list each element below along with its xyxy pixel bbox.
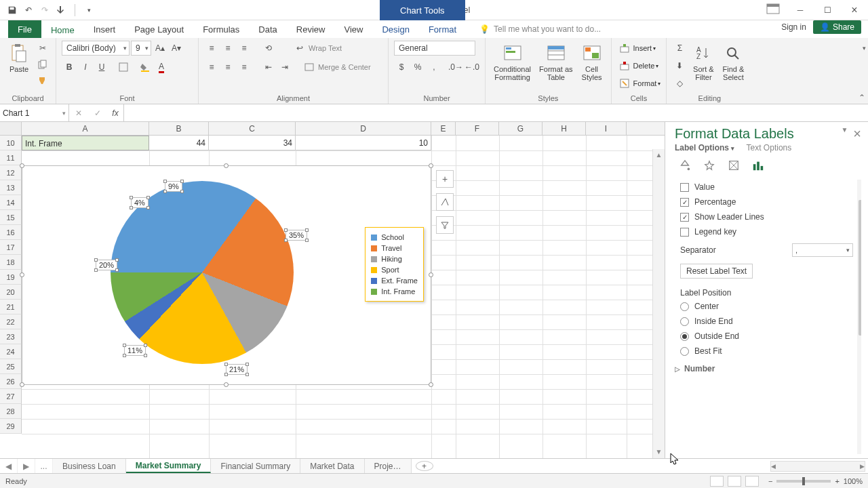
leader-lines-checkbox[interactable] (680, 213, 689, 222)
data-label-20[interactable]: 20% (96, 260, 117, 270)
sheet-tab-market-summary[interactable]: Market Summary (126, 459, 212, 473)
sheet-tab-project[interactable]: Proje… (365, 459, 412, 473)
autosum-icon[interactable]: Σ (672, 41, 687, 56)
align-right-icon[interactable]: ≡ (237, 60, 252, 75)
legend-item[interactable]: Int. Frame (371, 286, 418, 297)
cell-styles-button[interactable]: Cell Styles (578, 41, 606, 83)
conditional-formatting-button[interactable]: Conditional Formatting (491, 41, 534, 83)
signin-link[interactable]: Sign in (781, 22, 806, 32)
cell-B10[interactable]: 44 (149, 136, 209, 150)
data-label-21[interactable]: 21% (226, 364, 248, 375)
row-header-26[interactable]: 26 (0, 374, 22, 389)
label-options-icon[interactable] (751, 158, 766, 173)
increase-decimal-icon[interactable]: .0→ (448, 60, 463, 75)
chart-elements-button[interactable]: + (436, 170, 454, 188)
fill-color-icon[interactable] (138, 60, 153, 75)
find-select-button[interactable]: Find & Select (719, 41, 747, 83)
chart-handle[interactable] (429, 163, 433, 168)
cell-C10[interactable]: 34 (209, 136, 296, 150)
row-header-29[interactable]: 29 (0, 419, 22, 434)
row-header-16[interactable]: 16 (0, 225, 22, 240)
font-name-combo[interactable]: Calibri (Body) (62, 41, 130, 56)
data-tab[interactable]: Data (249, 20, 286, 38)
format-as-table-button[interactable]: Format as Table (536, 41, 576, 83)
row-header-17[interactable]: 17 (0, 240, 22, 255)
pane-dropdown-icon[interactable]: ▼ (841, 126, 848, 142)
qat-customize-icon[interactable]: ▾ (83, 5, 94, 16)
wrap-text-button[interactable]: Wrap Text (309, 44, 342, 52)
close-button[interactable]: × (841, 0, 868, 20)
redo-icon[interactable]: ↷ (39, 5, 50, 16)
reset-label-text-button[interactable]: Reset Label Text (680, 264, 753, 279)
value-checkbox[interactable] (680, 183, 689, 192)
best-fit-radio[interactable] (680, 347, 689, 356)
touch-mode-icon[interactable] (56, 5, 66, 16)
zoom-level[interactable]: 100% (844, 477, 863, 485)
insert-tab[interactable]: Insert (84, 20, 125, 38)
scroll-down-icon[interactable]: ▼ (653, 446, 665, 458)
chart-handle[interactable] (429, 272, 433, 277)
cancel-formula-icon[interactable]: ✕ (69, 108, 88, 118)
page-break-view-button[interactable] (745, 476, 759, 487)
font-size-combo[interactable]: 9 (131, 41, 151, 56)
maximize-button[interactable]: ☐ (814, 0, 841, 20)
share-button[interactable]: 👤Share (813, 20, 861, 34)
align-middle-icon[interactable]: ≡ (220, 41, 235, 56)
clear-icon[interactable]: ◇ (672, 76, 687, 91)
col-header-I[interactable]: I (586, 122, 627, 135)
insert-function-icon[interactable]: fx (107, 108, 123, 118)
page-layout-tab[interactable]: Page Layout (125, 20, 193, 38)
outside-end-radio[interactable] (680, 332, 689, 341)
row-header-14[interactable]: 14 (0, 195, 22, 210)
decrease-font-icon[interactable]: A▾ (169, 41, 184, 56)
fill-line-icon[interactable] (677, 158, 692, 173)
row-header-12[interactable]: 12 (0, 165, 22, 180)
sheet-nav-prev-icon[interactable]: ◀ (0, 459, 18, 473)
col-header-C[interactable]: C (209, 122, 296, 135)
text-options-subtab[interactable]: Text Options (747, 143, 792, 152)
accounting-format-icon[interactable]: $ (394, 60, 409, 75)
font-color-icon[interactable]: A (154, 60, 169, 75)
formula-input[interactable] (124, 104, 868, 121)
chart-handle[interactable] (224, 163, 229, 168)
format-cells-button[interactable]: Format▾ (617, 76, 661, 91)
col-header-F[interactable]: F (456, 122, 499, 135)
sheet-tab-business-loan[interactable]: Business Loan (53, 459, 126, 473)
vertical-scrollbar[interactable]: ▲ ▼ (652, 149, 665, 458)
effects-icon[interactable] (702, 158, 717, 173)
row-header-18[interactable]: 18 (0, 255, 22, 270)
name-box[interactable]: Chart 1 (0, 104, 69, 121)
page-layout-view-button[interactable] (728, 476, 741, 487)
row-header-20[interactable]: 20 (0, 285, 22, 300)
data-label-11[interactable]: 11% (124, 345, 146, 356)
legend-item[interactable]: Sport (371, 264, 418, 275)
percentage-checkbox[interactable] (680, 198, 689, 207)
merge-center-button[interactable]: Merge & Center (318, 63, 371, 71)
pane-scrollbar[interactable] (857, 180, 861, 454)
format-painter-icon[interactable] (35, 73, 50, 88)
data-label-4[interactable]: 4% (131, 197, 149, 208)
row-header-13[interactable]: 13 (0, 180, 22, 195)
minimize-button[interactable]: ─ (787, 0, 814, 20)
zoom-out-button[interactable]: − (768, 477, 772, 485)
chart-handle[interactable] (20, 272, 24, 277)
collapse-ribbon-icon[interactable]: ⌃ (859, 93, 865, 102)
bold-button[interactable]: B (62, 60, 77, 75)
review-tab[interactable]: Review (287, 20, 335, 38)
design-tab[interactable]: Design (372, 20, 418, 38)
row-header-27[interactable]: 27 (0, 389, 22, 404)
zoom-in-button[interactable]: + (835, 477, 839, 485)
inside-end-radio[interactable] (680, 317, 689, 326)
legend-item[interactable]: School (371, 232, 418, 243)
fill-icon[interactable]: ⬇ (672, 58, 687, 73)
pie-chart-object[interactable]: 35% 21% 11% 20% 4% 9% School Travel Hiki… (22, 165, 431, 385)
decrease-decimal-icon[interactable]: ←.0 (465, 60, 479, 75)
enter-formula-icon[interactable]: ✓ (88, 108, 107, 118)
legend-key-checkbox[interactable] (680, 228, 689, 237)
row-header-21[interactable]: 21 (0, 300, 22, 314)
percent-format-icon[interactable]: % (410, 60, 425, 75)
normal-view-button[interactable] (710, 476, 724, 487)
number-format-combo[interactable]: General (394, 41, 475, 56)
select-all-corner[interactable] (0, 122, 22, 135)
view-tab[interactable]: View (334, 20, 372, 38)
